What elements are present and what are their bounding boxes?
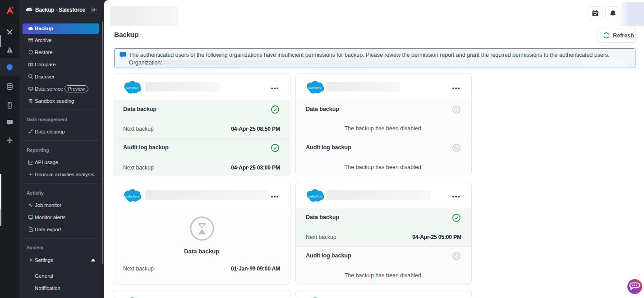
svg-text:salesforce: salesforce [308,87,322,90]
svg-text:salesforce: salesforce [126,195,139,198]
svg-text:salesforce: salesforce [308,195,322,198]
svg-text:salesforce: salesforce [126,87,139,90]
